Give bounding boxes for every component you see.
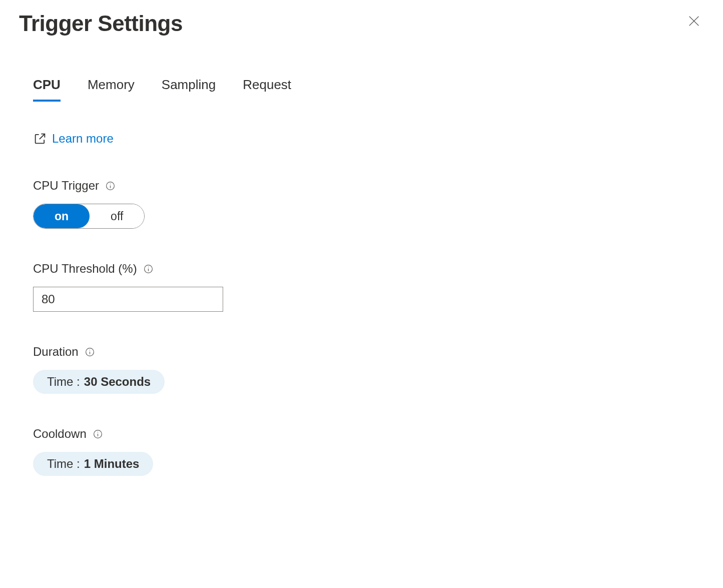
tab-cpu[interactable]: CPU [33, 77, 61, 102]
learn-more-row: Learn more [33, 132, 690, 146]
cpu-trigger-label: CPU Trigger [33, 179, 99, 193]
svg-point-11 [90, 349, 90, 350]
trigger-settings-panel: Trigger Settings CPU Memory Sampling Req… [0, 0, 723, 487]
cooldown-pill[interactable]: Time : 1 Minutes [33, 452, 153, 476]
tab-request[interactable]: Request [243, 77, 291, 102]
cpu-trigger-toggle: on off [33, 204, 145, 229]
cooldown-field: Cooldown Time : 1 Minutes [33, 427, 690, 476]
cpu-trigger-field: CPU Trigger on off [33, 179, 690, 229]
duration-pill-label: Time : [47, 375, 80, 389]
duration-pill-value: 30 Seconds [84, 375, 151, 389]
cooldown-label: Cooldown [33, 427, 87, 441]
cpu-trigger-toggle-on[interactable]: on [34, 204, 90, 228]
page-title: Trigger Settings [19, 11, 183, 36]
info-icon[interactable] [105, 181, 116, 191]
tab-memory[interactable]: Memory [88, 77, 135, 102]
svg-point-14 [98, 431, 98, 432]
info-icon[interactable] [143, 264, 154, 274]
cpu-threshold-label: CPU Threshold (%) [33, 262, 137, 276]
cooldown-label-row: Cooldown [33, 427, 690, 441]
duration-field: Duration Time : 30 Seconds [33, 345, 690, 394]
cooldown-pill-value: 1 Minutes [84, 457, 140, 471]
tabs: CPU Memory Sampling Request [33, 77, 690, 102]
cpu-trigger-label-row: CPU Trigger [33, 179, 690, 193]
close-icon [687, 22, 701, 30]
duration-pill[interactable]: Time : 30 Seconds [33, 370, 165, 394]
info-icon[interactable] [85, 347, 95, 357]
tab-sampling[interactable]: Sampling [162, 77, 216, 102]
duration-label-row: Duration [33, 345, 690, 359]
cpu-threshold-field: CPU Threshold (%) [33, 262, 690, 312]
external-link-icon [33, 132, 47, 146]
cpu-threshold-input[interactable] [33, 287, 223, 312]
svg-point-5 [110, 183, 111, 184]
svg-line-2 [40, 134, 45, 140]
cpu-trigger-toggle-off[interactable]: off [90, 204, 144, 228]
cpu-threshold-label-row: CPU Threshold (%) [33, 262, 690, 276]
content: CPU Memory Sampling Request Learn more C… [19, 77, 704, 476]
learn-more-link[interactable]: Learn more [52, 132, 114, 146]
header-row: Trigger Settings [19, 11, 704, 36]
info-icon[interactable] [93, 429, 103, 439]
cooldown-pill-label: Time : [47, 457, 80, 471]
svg-point-8 [148, 266, 148, 267]
duration-label: Duration [33, 345, 79, 359]
close-button[interactable] [684, 11, 704, 31]
